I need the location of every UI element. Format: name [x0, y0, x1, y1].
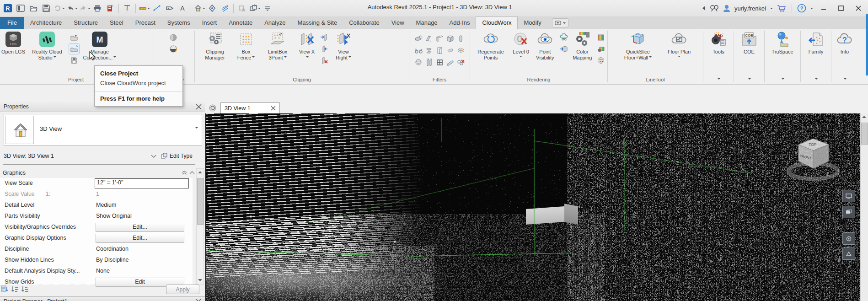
properties-close-icon[interactable] — [196, 104, 202, 110]
tab-analyze[interactable]: Analyze — [258, 17, 291, 29]
measure-icon[interactable] — [138, 2, 150, 14]
tab-insert[interactable]: Insert — [196, 17, 223, 29]
family-button[interactable]: Family — [803, 31, 829, 55]
tab-collaborate[interactable]: Collaborate — [343, 17, 386, 29]
save-project-icon[interactable] — [69, 55, 79, 65]
fitter-steel-beam-icon[interactable] — [424, 44, 434, 56]
fitter-cylinder-icon[interactable] — [445, 44, 455, 56]
tab-modify[interactable]: Modify — [518, 17, 547, 29]
view-tab-close-icon[interactable] — [271, 106, 276, 111]
viewport-3d[interactable]: W E S TOP FRONT — [206, 113, 860, 301]
tab-annotate[interactable]: Annotate — [223, 17, 258, 29]
redo-icon[interactable] — [79, 2, 91, 14]
open-lgs-button[interactable]: LGS Open LGS — [1, 31, 25, 55]
regenerate-points-button[interactable]: Regenerate Points — [473, 31, 509, 61]
app-store-cart-icon[interactable] — [777, 4, 787, 12]
view-tab-3d-view-1[interactable]: 3D View 1 — [220, 102, 280, 113]
tab-massing-site[interactable]: Massing & Site — [291, 17, 343, 29]
panel-dropdown-coe[interactable] — [734, 75, 764, 84]
maximize-button[interactable] — [834, 2, 848, 14]
instance-caret-icon[interactable] — [151, 155, 156, 158]
fitter-column-icon[interactable] — [455, 32, 466, 44]
tab-add-ins[interactable]: Add-Ins — [444, 17, 476, 29]
tag-icon[interactable] — [164, 2, 176, 14]
slab-align-front-icon[interactable] — [319, 32, 329, 43]
viewcube[interactable]: W E S TOP FRONT — [786, 131, 841, 189]
minimize-button[interactable] — [817, 2, 830, 14]
fitter-ramp-icon[interactable] — [445, 56, 455, 68]
user-menu-caret[interactable] — [770, 8, 773, 11]
color-range-icon[interactable] — [596, 32, 606, 43]
edit-type-button[interactable]: Edit Type — [170, 153, 193, 159]
fitter-window-icon[interactable] — [434, 56, 445, 68]
point-visibility-button[interactable]: Point Visibility — [533, 31, 557, 61]
fitter-pipe-icon[interactable] — [413, 32, 424, 44]
tab-manage[interactable]: Manage — [410, 17, 444, 29]
tab-systems[interactable]: Systems — [161, 17, 196, 29]
tab-cloudworx[interactable]: CloudWorx — [476, 16, 518, 29]
signed-in-user[interactable]: yuriy.frenkel — [734, 5, 766, 12]
ribbon-display-toggle[interactable] — [552, 18, 568, 27]
modify-pin-icon[interactable] — [121, 2, 133, 14]
limitbox-3point-button[interactable]: LimitBox 3Point — [261, 31, 295, 61]
open-file-icon[interactable] — [27, 2, 39, 14]
switch-windows-icon[interactable] — [249, 2, 261, 14]
view-x-button[interactable]: View X — [297, 31, 316, 61]
target-active-icon[interactable] — [168, 44, 178, 54]
color-palette-icon[interactable] — [596, 55, 606, 65]
fitter-duct-bend-icon[interactable] — [424, 32, 434, 44]
search-icon[interactable] — [710, 4, 719, 12]
detail-level-value[interactable]: Medium — [96, 202, 188, 208]
quickslice-button[interactable]: QuickSlice Floor+Wall — [616, 31, 659, 61]
view-tab-list-icon[interactable] — [209, 104, 217, 112]
slab-align-back-icon[interactable] — [319, 44, 329, 54]
color-settings-icon[interactable] — [596, 44, 606, 54]
panel-dropdown-info[interactable] — [831, 75, 858, 84]
panel-dropdown-truspace[interactable] — [765, 75, 800, 84]
project-browser-close-icon[interactable] — [196, 299, 201, 301]
fitter-wall-panel-icon[interactable] — [434, 32, 445, 44]
properties-scrollbar[interactable] — [196, 168, 204, 285]
user-avatar-icon[interactable] — [723, 4, 731, 12]
tab-precast[interactable]: Precast — [129, 17, 161, 29]
tab-view[interactable]: View — [386, 17, 410, 29]
type-selector-caret[interactable] — [195, 127, 198, 130]
ui-panel-icon[interactable] — [15, 2, 27, 14]
project-browser-header[interactable]: Project Browser - Project1 — [0, 296, 205, 301]
customize-qat-icon[interactable] — [262, 2, 273, 14]
color-mapping-button[interactable]: Color Mapping — [571, 31, 594, 61]
vg-overrides-edit-button[interactable]: Edit... — [96, 223, 184, 232]
close-button[interactable] — [852, 2, 865, 14]
floor-plan-button[interactable]: Floor Plan — [664, 31, 694, 59]
discipline-value[interactable]: Coordination — [96, 246, 188, 252]
fitter-door-icon[interactable] — [434, 44, 445, 56]
default-3d-view-icon[interactable] — [193, 2, 205, 14]
section-marker-icon[interactable] — [206, 2, 218, 14]
fitter-point-grid-icon[interactable] — [455, 44, 466, 56]
show-hidden-lines-value[interactable]: By Discipline — [96, 257, 188, 263]
type-selector[interactable]: 3D View — [4, 114, 202, 146]
viewport-overlay-button-2[interactable] — [842, 206, 855, 218]
parts-visibility-value[interactable]: Show Original — [96, 213, 188, 219]
fitter-box-icon[interactable] — [445, 32, 455, 44]
box-fence-button[interactable]: Box Fence — [234, 31, 258, 61]
viewport-scrollbar-thumb[interactable] — [861, 123, 868, 145]
view-right-button[interactable]: View Right — [332, 31, 355, 61]
tools-button[interactable]: Tools — [705, 31, 732, 55]
truspace-button[interactable]: TruSpace — [767, 31, 798, 55]
info-button[interactable]: ? Info — [834, 31, 855, 55]
save-icon[interactable] — [40, 2, 52, 14]
instance-label[interactable]: 3D View: 3D View 1 — [4, 153, 54, 159]
fitter-binoculars-icon[interactable] — [413, 44, 424, 56]
clipping-manager-button[interactable]: Clipping Manager — [198, 31, 231, 61]
edit-type-icon[interactable] — [161, 153, 168, 160]
filter-toggle-icon[interactable] — [1, 285, 9, 293]
export-sheet-icon[interactable] — [104, 2, 116, 14]
view-scale-input[interactable]: 12" = 1'-0" — [95, 178, 189, 188]
slab-remove-icon[interactable] — [319, 55, 329, 65]
level-0-button[interactable]: 0 Level 0 — [510, 31, 531, 59]
sort-descending-icon[interactable] — [21, 285, 29, 293]
thin-lines-icon[interactable] — [219, 2, 231, 14]
viewport-overlay-button-1[interactable] — [842, 190, 855, 202]
open-project-icon[interactable] — [69, 32, 79, 43]
